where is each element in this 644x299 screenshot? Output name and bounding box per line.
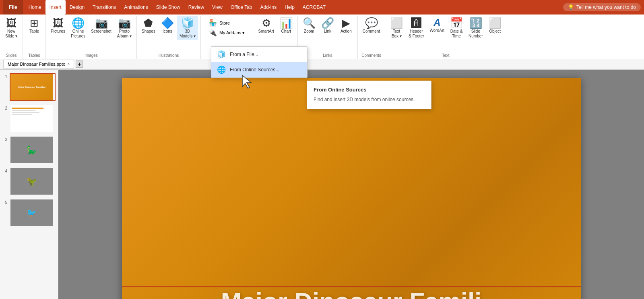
document-tab[interactable]: Major Dinosaur Families.pptx ×	[3, 60, 74, 69]
menu-design[interactable]: Design	[66, 0, 89, 15]
object-label: Object	[489, 29, 501, 34]
slide-thumb-2[interactable]: 2	[2, 104, 56, 133]
slide-thumb-1[interactable]: 1 Major Dinosaur Families	[2, 73, 56, 101]
addin-section: 🏪 Store 🔌 My Add-ins ▾	[203, 16, 250, 39]
links-group-label: Links	[323, 52, 332, 59]
illustrations-group-label: Illustrations	[159, 52, 179, 59]
slide-number-button[interactable]: 🔢 SlideNumber	[466, 16, 485, 40]
comment-button[interactable]: 💬 Comment	[360, 16, 382, 35]
from-online-icon: 🌐	[217, 70, 226, 74]
lightbulb-icon: 💡	[568, 4, 574, 10]
chart-icon: 📊	[280, 18, 293, 28]
object-button[interactable]: ⬜ Object	[486, 16, 504, 35]
menu-acrobat[interactable]: ACROBAT	[299, 0, 330, 15]
wordart-icon: A	[433, 18, 440, 27]
datetime-button[interactable]: 📅 Date &Time	[448, 16, 465, 40]
menu-review[interactable]: Review	[184, 0, 208, 15]
ribbon-group-images: 🖼 Pictures 🌐 OnlinePictures 📷 Screenshot…	[46, 16, 137, 59]
slide-preview-4[interactable]: 🦖	[10, 167, 56, 195]
chart-button[interactable]: 📊 Chart	[277, 16, 295, 35]
store-label: Store	[219, 21, 230, 25]
ribbon-group-comments: 💬 Comment Comments	[358, 16, 385, 59]
ribbon-links-items: 🔍 Zoom 🔗 Link ▶ Action	[300, 16, 355, 52]
menu-slideshow[interactable]: Slide Show	[152, 0, 184, 15]
screenshot-button[interactable]: 📷 Screenshot	[89, 16, 114, 35]
from-online-label: From Online Sources...	[230, 70, 279, 73]
tell-me-box[interactable]: 💡 Tell me what you want to do	[563, 3, 641, 11]
new-tab-button[interactable]: +	[76, 60, 83, 68]
menu-insert[interactable]: Insert	[45, 0, 66, 15]
menu-animations[interactable]: Animations	[120, 0, 152, 15]
new-slide-button[interactable]: 🖼 NewSlide ▾	[2, 16, 20, 40]
wordart-button[interactable]: A WordArt	[427, 16, 447, 35]
slide-3-thumbnail: 🦕	[10, 137, 53, 163]
smartart-button[interactable]: ⚙ SmartArt	[256, 16, 276, 35]
canvas-area: Major Dinosaur Famili 🧊 From a File... 🌐…	[58, 70, 644, 299]
my-addins-button[interactable]: 🔌 My Add-ins ▾	[206, 28, 247, 38]
3d-models-button[interactable]: 🧊 3DModels ▾	[177, 16, 198, 40]
new-slide-icon: 🖼	[6, 18, 17, 28]
link-button[interactable]: 🔗 Link	[319, 16, 336, 35]
ribbon-group-text: ⬜ TextBox ▾ 🅰 Header& Footer A WordArt 📅…	[385, 16, 506, 59]
zoom-label: Zoom	[304, 29, 314, 34]
table-icon: ⊞	[30, 18, 39, 28]
slides-group-label: Slides	[6, 52, 17, 59]
menu-view[interactable]: View	[208, 0, 227, 15]
shapes-button[interactable]: ⬟ Shapes	[139, 16, 158, 35]
ribbon-group-slides: 🖼 NewSlide ▾ Slides	[0, 16, 23, 59]
icons-icon: 🔷	[161, 18, 174, 28]
zoom-button[interactable]: 🔍 Zoom	[300, 16, 318, 35]
ribbon-content: 🖼 NewSlide ▾ Slides ⊞ Table Tables 🖼 Pic	[0, 15, 644, 59]
menu-transitions[interactable]: Transitions	[89, 0, 120, 15]
screenshot-icon: 📷	[95, 18, 108, 28]
smartart-label: SmartArt	[258, 29, 274, 34]
slide-canvas[interactable]: Major Dinosaur Famili 🧊 From a File... 🌐…	[122, 78, 581, 299]
menu-file[interactable]: File	[3, 0, 23, 15]
textbox-button[interactable]: ⬜ TextBox ▾	[388, 16, 405, 40]
menu-home[interactable]: Home	[25, 0, 45, 15]
ribbon-text-items: ⬜ TextBox ▾ 🅰 Header& Footer A WordArt 📅…	[388, 16, 504, 52]
menu-help[interactable]: Help	[281, 0, 299, 15]
datetime-label: Date &Time	[450, 29, 463, 39]
datetime-icon: 📅	[450, 18, 463, 28]
action-label: Action	[341, 29, 352, 34]
header-footer-button[interactable]: 🅰 Header& Footer	[406, 16, 426, 40]
slide-thumb-5[interactable]: 5 🐦	[2, 199, 56, 227]
tab-bar: Major Dinosaur Families.pptx × +	[0, 59, 644, 69]
slide-preview-1[interactable]: Major Dinosaur Families	[10, 73, 56, 101]
store-icon: 🏪	[209, 19, 217, 27]
slide-preview-5[interactable]: 🐦	[10, 199, 56, 227]
slide-thumb-3[interactable]: 3 🦕	[2, 136, 56, 164]
action-button[interactable]: ▶ Action	[337, 16, 355, 35]
slide-num-5: 5	[2, 200, 7, 205]
slide-preview-3[interactable]: 🦕	[10, 136, 56, 164]
tell-me-text: Tell me what you want to do	[576, 4, 636, 10]
ribbon-group-illustrations: ⬟ Shapes 🔷 Icons 🧊 3DModels ▾ Illustrati…	[137, 16, 201, 59]
slide-number-icon: 🔢	[469, 18, 482, 28]
tooltip-box: From Online Sources Find and insert 3D m…	[307, 81, 431, 109]
icons-button[interactable]: 🔷 Icons	[159, 16, 176, 35]
from-online-item[interactable]: 🌐 From Online Sources...	[211, 70, 307, 77]
tooltip-title: From Online Sources	[314, 87, 425, 93]
textbox-icon: ⬜	[390, 18, 403, 28]
photo-album-button[interactable]: 📷 PhotoAlbum ▾	[115, 16, 134, 40]
chart-label: Chart	[281, 29, 291, 34]
ribbon-illustrations-items: ⬟ Shapes 🔷 Icons 🧊 3DModels ▾	[139, 16, 198, 52]
slide-preview-2[interactable]	[10, 104, 56, 133]
document-tab-close[interactable]: ×	[67, 62, 70, 66]
pictures-button[interactable]: 🖼 Pictures	[48, 16, 68, 35]
menu-officetab[interactable]: Office Tab	[227, 0, 256, 15]
slide-5-thumbnail: 🐦	[10, 199, 53, 226]
3d-models-icon: 🧊	[181, 18, 194, 28]
menu-addins[interactable]: Add-ins	[256, 0, 281, 15]
slide-num-3: 3	[2, 137, 7, 142]
online-pictures-button[interactable]: 🌐 OnlinePictures	[68, 16, 88, 40]
link-label: Link	[324, 29, 331, 34]
3d-models-dropdown: 🧊 From a File... 🌐 From Online Sources..…	[211, 70, 308, 78]
text-group-label: Text	[442, 52, 449, 59]
wordart-label: WordArt	[430, 28, 445, 33]
slide-thumb-4[interactable]: 4 🦖	[2, 167, 56, 195]
document-area: 1 Major Dinosaur Families 2	[0, 70, 644, 299]
table-button[interactable]: ⊞ Table	[25, 16, 43, 35]
store-button[interactable]: 🏪 Store	[206, 18, 247, 28]
